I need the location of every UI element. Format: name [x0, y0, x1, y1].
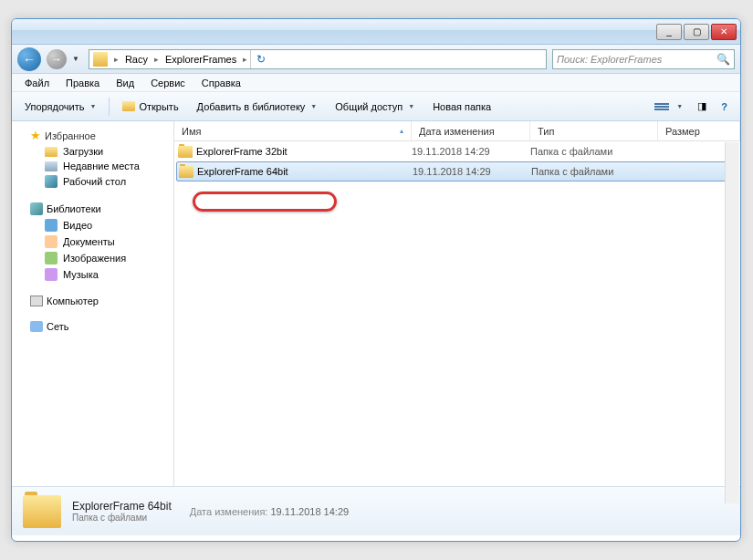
- folder-icon: [93, 52, 108, 67]
- favorites-group[interactable]: ★Избранное: [12, 127, 173, 144]
- new-folder-button[interactable]: Новая папка: [427, 99, 497, 115]
- column-headers: Имя▴ Дата изменения Тип Размер: [174, 121, 740, 141]
- column-size[interactable]: Размер: [658, 121, 740, 140]
- search-input[interactable]: Поиск: ExplorerFrames 🔍: [552, 49, 735, 69]
- folder-icon: [45, 147, 58, 157]
- view-options-button[interactable]: ▼: [647, 97, 688, 117]
- maximize-button[interactable]: ▢: [684, 24, 709, 40]
- chevron-right-icon[interactable]: ▸: [240, 55, 250, 64]
- menu-tools[interactable]: Сервис: [143, 76, 193, 90]
- minimize-button[interactable]: _: [656, 24, 682, 40]
- sidebar-documents[interactable]: Документы: [12, 233, 173, 250]
- open-button[interactable]: Открыть: [117, 99, 183, 115]
- address-bar[interactable]: ▸ Racy ▸ ExplorerFrames ▸ ↻: [89, 49, 547, 69]
- documents-icon: [45, 235, 58, 248]
- network-icon: [30, 321, 43, 332]
- close-button[interactable]: ✕: [711, 24, 737, 40]
- details-date-label: Дата изменения:: [190, 506, 268, 517]
- computer-icon: [30, 296, 43, 306]
- forward-button[interactable]: →: [47, 49, 67, 69]
- sidebar-music[interactable]: Музыка: [12, 266, 173, 283]
- share-button[interactable]: Общий доступ▼: [329, 99, 420, 115]
- folder-icon: [178, 146, 193, 158]
- music-icon: [45, 268, 58, 281]
- sidebar-recent[interactable]: Недавние места: [12, 159, 173, 173]
- add-library-button[interactable]: Добавить в библиотеку▼: [192, 99, 323, 115]
- chevron-right-icon[interactable]: ▸: [152, 55, 162, 64]
- sidebar-video[interactable]: Видео: [12, 217, 173, 233]
- column-type[interactable]: Тип: [530, 121, 658, 140]
- separator: [109, 98, 110, 116]
- file-row-selected[interactable]: ExplorerFrame 64bit 19.11.2018 14:29 Пап…: [176, 161, 738, 181]
- menu-bar: Файл Правка Вид Сервис Справка: [12, 74, 740, 92]
- network-group[interactable]: Сеть: [12, 319, 173, 334]
- folder-icon-large: [23, 495, 61, 528]
- refresh-button[interactable]: ↻: [250, 50, 270, 68]
- folder-icon: [179, 166, 193, 178]
- file-list: Имя▴ Дата изменения Тип Размер ExplorerF…: [174, 121, 740, 486]
- menu-help[interactable]: Справка: [194, 76, 248, 90]
- desktop-icon: [45, 175, 58, 188]
- pictures-icon: [45, 252, 58, 264]
- search-icon: 🔍: [716, 53, 730, 66]
- vertical-scrollbar[interactable]: [725, 142, 739, 503]
- menu-file[interactable]: Файл: [17, 76, 57, 90]
- details-date: 19.11.2018 14:29: [271, 506, 350, 517]
- titlebar: _ ▢ ✕: [12, 19, 740, 45]
- nav-history-dropdown[interactable]: ▼: [72, 55, 79, 63]
- sidebar-pictures[interactable]: Изображения: [12, 250, 173, 266]
- preview-pane-button[interactable]: ◨: [692, 98, 712, 115]
- command-bar: Упорядочить▼ Открыть Добавить в библиоте…: [12, 92, 740, 121]
- back-button[interactable]: ←: [17, 47, 41, 71]
- file-row[interactable]: ExplorerFrame 32bit 19.11.2018 14:29 Пап…: [174, 141, 740, 161]
- libraries-icon: [30, 202, 43, 215]
- sidebar-downloads[interactable]: Загрузки: [12, 144, 173, 159]
- column-date[interactable]: Дата изменения: [412, 121, 530, 140]
- star-icon: ★: [30, 129, 41, 142]
- menu-edit[interactable]: Правка: [58, 76, 107, 90]
- video-icon: [45, 219, 58, 232]
- details-pane: ExplorerFrame 64bit Папка с файлами Дата…: [12, 486, 740, 535]
- chevron-right-icon[interactable]: ▸: [111, 55, 121, 64]
- details-name: ExplorerFrame 64bit: [72, 500, 172, 513]
- help-button[interactable]: ?: [716, 99, 733, 115]
- computer-group[interactable]: Компьютер: [12, 294, 173, 308]
- search-placeholder: Поиск: ExplorerFrames: [557, 54, 662, 65]
- details-type: Папка с файлами: [72, 513, 172, 523]
- column-name[interactable]: Имя▴: [174, 121, 412, 140]
- sidebar-desktop[interactable]: Рабочий стол: [12, 173, 173, 190]
- navigation-pane: ★Избранное Загрузки Недавние места Рабоч…: [12, 121, 174, 486]
- menu-view[interactable]: Вид: [109, 76, 141, 90]
- sort-asc-icon: ▴: [400, 127, 403, 135]
- folder-icon: [122, 101, 135, 111]
- libraries-group[interactable]: Библиотеки: [12, 201, 173, 217]
- breadcrumb-seg[interactable]: ExplorerFrames: [162, 50, 240, 68]
- breadcrumb-seg[interactable]: Racy: [121, 50, 152, 68]
- navigation-bar: ← → ▼ ▸ Racy ▸ ExplorerFrames ▸ ↻ Поиск:…: [12, 45, 740, 74]
- organize-button[interactable]: Упорядочить▼: [19, 99, 101, 115]
- folder-icon: [45, 161, 58, 171]
